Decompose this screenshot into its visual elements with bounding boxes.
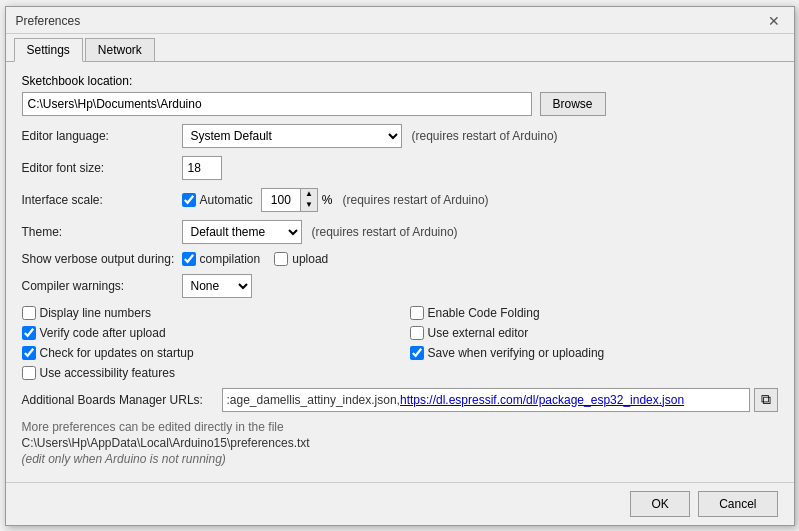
- url-link-part: https://dl.espressif.com/dl/package_esp3…: [400, 393, 684, 407]
- accessibility-row: Use accessibility features: [22, 366, 390, 380]
- title-bar: Preferences ✕: [6, 7, 794, 34]
- interface-scale-row: Interface scale: Automatic ▲ ▼ % (requir…: [22, 188, 778, 212]
- editor-language-label: Editor language:: [22, 129, 182, 143]
- sketchbook-section: Sketchbook location: Browse: [22, 74, 778, 116]
- automatic-checkbox[interactable]: [182, 193, 196, 207]
- use-external-editor-row: Use external editor: [410, 326, 778, 340]
- sketchbook-input[interactable]: [22, 92, 532, 116]
- theme-select[interactable]: Default theme: [182, 220, 302, 244]
- editor-language-row: Editor language: System Default (require…: [22, 124, 778, 148]
- additional-boards-label: Additional Boards Manager URLs:: [22, 393, 222, 407]
- spinner-buttons: ▲ ▼: [301, 188, 318, 212]
- settings-content: Sketchbook location: Browse Editor langu…: [6, 62, 794, 482]
- sketchbook-row: Browse: [22, 92, 778, 116]
- ok-button[interactable]: OK: [630, 491, 690, 517]
- accessibility-label: Use accessibility features: [40, 366, 175, 380]
- url-open-button[interactable]: ⧉: [754, 388, 778, 412]
- verify-code-label: Verify code after upload: [40, 326, 166, 340]
- compiler-warnings-select[interactable]: None Default More All: [182, 274, 252, 298]
- scale-spinner: ▲ ▼: [261, 188, 318, 212]
- dialog-footer: OK Cancel: [6, 482, 794, 525]
- verify-code-row: Verify code after upload: [22, 326, 390, 340]
- close-button[interactable]: ✕: [764, 13, 784, 29]
- dialog-title: Preferences: [16, 14, 81, 28]
- check-updates-checkbox[interactable]: [22, 346, 36, 360]
- automatic-checkbox-row: Automatic: [182, 193, 253, 207]
- url-plain-part: :age_damellis_attiny_index.json,: [227, 393, 400, 407]
- editor-language-hint: (requires restart of Arduino): [412, 129, 558, 143]
- scale-value-input[interactable]: [261, 188, 301, 212]
- use-external-editor-label: Use external editor: [428, 326, 529, 340]
- tabs-bar: Settings Network: [6, 34, 794, 62]
- editor-font-size-input[interactable]: [182, 156, 222, 180]
- save-verifying-checkbox[interactable]: [410, 346, 424, 360]
- spinner-down-button[interactable]: ▼: [301, 200, 317, 211]
- verify-code-checkbox[interactable]: [22, 326, 36, 340]
- spinner-up-button[interactable]: ▲: [301, 189, 317, 200]
- editor-language-select[interactable]: System Default: [182, 124, 402, 148]
- tab-network[interactable]: Network: [85, 38, 155, 61]
- more-prefs-text: More preferences can be edited directly …: [22, 420, 778, 434]
- url-display[interactable]: :age_damellis_attiny_index.json,https://…: [222, 388, 750, 412]
- cancel-button[interactable]: Cancel: [698, 491, 777, 517]
- enable-code-folding-row: Enable Code Folding: [410, 306, 778, 320]
- interface-scale-hint: (requires restart of Arduino): [343, 193, 489, 207]
- check-updates-label: Check for updates on startup: [40, 346, 194, 360]
- compilation-label: compilation: [200, 252, 261, 266]
- browse-button[interactable]: Browse: [540, 92, 606, 116]
- accessibility-checkbox[interactable]: [22, 366, 36, 380]
- display-line-numbers-row: Display line numbers: [22, 306, 390, 320]
- verbose-output-row: Show verbose output during: compilation …: [22, 252, 778, 266]
- interface-scale-label: Interface scale:: [22, 193, 182, 207]
- prefs-path-text: C:\Users\Hp\AppData\Local\Arduino15\pref…: [22, 436, 778, 450]
- sketchbook-label: Sketchbook location:: [22, 74, 778, 88]
- check-updates-row: Check for updates on startup: [22, 346, 390, 360]
- theme-row: Theme: Default theme (requires restart o…: [22, 220, 778, 244]
- compilation-checkbox-row: compilation: [182, 252, 261, 266]
- enable-code-folding-checkbox[interactable]: [410, 306, 424, 320]
- automatic-label: Automatic: [200, 193, 253, 207]
- editor-font-size-row: Editor font size:: [22, 156, 778, 180]
- additional-boards-row: Additional Boards Manager URLs: :age_dam…: [22, 388, 778, 412]
- save-verifying-row: Save when verifying or uploading: [410, 346, 778, 360]
- theme-label: Theme:: [22, 225, 182, 239]
- enable-code-folding-label: Enable Code Folding: [428, 306, 540, 320]
- verbose-output-label: Show verbose output during:: [22, 252, 182, 266]
- percent-label: %: [322, 193, 333, 207]
- edit-note-text: (edit only when Arduino is not running): [22, 452, 778, 466]
- upload-checkbox-row: upload: [274, 252, 328, 266]
- display-line-numbers-checkbox[interactable]: [22, 306, 36, 320]
- save-verifying-label: Save when verifying or uploading: [428, 346, 605, 360]
- display-line-numbers-label: Display line numbers: [40, 306, 151, 320]
- compiler-warnings-label: Compiler warnings:: [22, 279, 182, 293]
- upload-checkbox[interactable]: [274, 252, 288, 266]
- use-external-editor-checkbox[interactable]: [410, 326, 424, 340]
- tab-settings[interactable]: Settings: [14, 38, 83, 62]
- editor-font-size-label: Editor font size:: [22, 161, 182, 175]
- compiler-warnings-row: Compiler warnings: None Default More All: [22, 274, 778, 298]
- checkboxes-grid: Display line numbers Enable Code Folding…: [22, 306, 778, 380]
- compilation-checkbox[interactable]: [182, 252, 196, 266]
- upload-label: upload: [292, 252, 328, 266]
- theme-hint: (requires restart of Arduino): [312, 225, 458, 239]
- preferences-dialog: Preferences ✕ Settings Network Sketchboo…: [5, 6, 795, 526]
- info-section: More preferences can be edited directly …: [22, 420, 778, 466]
- url-input-area: :age_damellis_attiny_index.json,https://…: [222, 388, 778, 412]
